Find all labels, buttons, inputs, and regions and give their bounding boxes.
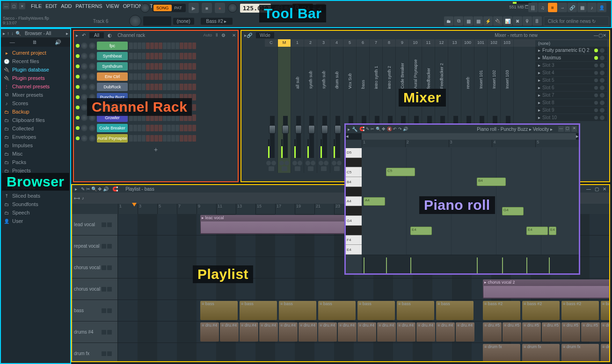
browser-item-recent-files[interactable]: 🕘Recent files xyxy=(1,57,70,65)
step-button[interactable] xyxy=(129,53,133,59)
browser-item-soundfonts[interactable]: 🗀Soundfonts xyxy=(1,200,70,208)
toolbar-tool-4[interactable]: ⚡ xyxy=(483,16,493,26)
pattern-selector[interactable]: Bass #2 ▸ xyxy=(201,18,233,25)
step-button[interactable] xyxy=(184,84,188,90)
news-panel[interactable]: Click for online news ↻ xyxy=(544,16,609,26)
browser-shortcut-icon[interactable]: 🔗 xyxy=(568,3,577,12)
fx-slot[interactable]: ▸Slot 3 xyxy=(535,62,607,69)
menu-add[interactable]: ADD xyxy=(59,2,73,10)
piano-key[interactable]: E4 xyxy=(346,245,362,255)
step-button[interactable] xyxy=(150,125,154,131)
step-button[interactable] xyxy=(146,73,150,80)
mute-button[interactable] xyxy=(334,166,340,171)
mx-close-icon[interactable]: ✕ xyxy=(603,33,606,38)
pr-bar-marker[interactable]: 4 xyxy=(492,140,535,147)
step-button[interactable] xyxy=(188,84,192,90)
clip[interactable]: ≡ dru.#4 xyxy=(338,322,357,342)
step-button[interactable] xyxy=(180,53,183,59)
fx-slot[interactable]: ▸Maximus xyxy=(535,54,607,62)
slot-enable-led[interactable] xyxy=(594,71,598,75)
song-mode-button[interactable]: SONG xyxy=(153,5,172,11)
timeline-marker[interactable]: 15 xyxy=(255,204,275,214)
folder-icon[interactable]: — xyxy=(10,39,15,45)
mixer-track-header[interactable]: 13 xyxy=(448,39,461,47)
step-button[interactable] xyxy=(163,73,167,80)
record-button[interactable]: ● xyxy=(215,3,225,13)
step-button[interactable] xyxy=(192,84,196,90)
step-button[interactable] xyxy=(138,53,141,59)
clip[interactable]: ≡ dru.#4 xyxy=(357,322,376,342)
mixer-shortcut-icon[interactable]: → xyxy=(558,3,567,12)
clip[interactable]: ≡ drum fx xyxy=(483,344,520,361)
mixer-track[interactable] xyxy=(278,47,291,173)
step-button[interactable] xyxy=(180,63,183,70)
mute-button[interactable] xyxy=(308,166,313,171)
track-solo-icon[interactable] xyxy=(107,330,112,335)
channel-pan-knob[interactable] xyxy=(81,135,87,142)
channel-vol-knob[interactable] xyxy=(89,53,95,59)
pr-maximize-icon[interactable]: ▢ xyxy=(565,126,570,132)
step-button[interactable] xyxy=(175,125,179,131)
browser-item-sliced-beats[interactable]: ⤒Sliced beats xyxy=(1,192,70,200)
channel-pan-knob[interactable] xyxy=(81,43,87,49)
step-button[interactable] xyxy=(159,53,162,59)
step-button[interactable] xyxy=(146,135,150,142)
piano-key[interactable] xyxy=(346,206,362,216)
velocity-bar[interactable] xyxy=(386,257,387,273)
pan-knob[interactable] xyxy=(292,161,297,165)
close-icon[interactable]: ✕ xyxy=(19,3,25,9)
step-button[interactable] xyxy=(138,73,141,80)
mx-view-selector[interactable]: Wide xyxy=(256,32,274,38)
midi-note[interactable]: C5 xyxy=(386,168,415,176)
channel-mute-led[interactable] xyxy=(76,95,80,99)
pr-edit-icons[interactable]: 🧲 ✎ ✂ 🔍 ✥ 🔇 ↶ ↷ 🔊 xyxy=(359,127,408,131)
fx-slot[interactable]: ▸Slot 6 xyxy=(535,84,607,92)
fx-slot[interactable]: ▸Slot 4 xyxy=(535,69,607,77)
track-lane[interactable]: ≡ dru.#4≡ dru.#4≡ dru.#4≡ dru.#4≡ dru.#4… xyxy=(118,321,609,343)
step-button[interactable] xyxy=(154,84,158,90)
timeline-marker[interactable]: 3 xyxy=(138,204,157,214)
step-button[interactable] xyxy=(142,63,146,70)
search-icon[interactable]: 🔍 xyxy=(15,31,21,36)
step-button[interactable] xyxy=(129,125,133,131)
step-button[interactable] xyxy=(171,53,175,59)
toolbar-tool-2[interactable]: ▦ xyxy=(464,16,473,26)
step-button[interactable] xyxy=(133,53,137,59)
channel-button[interactable]: Env Ctrl xyxy=(97,72,128,81)
fx-slot[interactable]: ▸Slot 9 xyxy=(535,107,607,114)
pl-snap-icon[interactable]: 🧲 xyxy=(112,186,118,192)
step-button[interactable] xyxy=(154,63,158,70)
step-button[interactable] xyxy=(192,73,196,80)
step-button[interactable] xyxy=(138,43,141,49)
slot-mix-knob[interactable] xyxy=(600,63,605,68)
step-button[interactable] xyxy=(180,125,183,131)
mixer-track-header[interactable]: 4 xyxy=(330,39,343,47)
step-button[interactable] xyxy=(188,135,192,142)
step-button[interactable] xyxy=(133,125,137,131)
toolbar-tool-6[interactable]: 📊 xyxy=(503,16,512,26)
slot-mix-knob[interactable] xyxy=(600,108,605,113)
mixer-track-header[interactable]: 101 xyxy=(474,39,488,47)
pl-close-icon[interactable]: ✕ xyxy=(603,186,606,192)
clip[interactable]: ≡ dru.#5 xyxy=(581,322,600,342)
channel-button[interactable]: fpc xyxy=(97,42,128,50)
piano-key[interactable]: C5 xyxy=(346,167,362,177)
track-solo-icon[interactable] xyxy=(107,308,112,313)
channel-button[interactable]: Code Breaker xyxy=(97,124,128,132)
send-link-icon[interactable] xyxy=(246,49,260,51)
channel-pan-knob[interactable] xyxy=(81,53,87,59)
timeline-marker[interactable]: 21 xyxy=(314,204,334,214)
slot-enable-led[interactable] xyxy=(594,93,598,97)
pr-h-scrollbar[interactable] xyxy=(362,133,576,140)
step-button[interactable] xyxy=(175,43,179,49)
step-button[interactable] xyxy=(163,84,167,90)
clip[interactable]: ≡ bass xyxy=(200,301,238,320)
step-button[interactable] xyxy=(129,84,133,90)
track-lane[interactable]: ≡ drum fx≡ drum fx≡ drum fx≡ drum fx xyxy=(118,343,609,361)
midi-note[interactable]: G4 xyxy=(502,207,524,215)
step-button[interactable] xyxy=(129,43,133,49)
mixer-track-header[interactable]: M xyxy=(278,39,291,47)
toolbar-tool-5[interactable]: 🔌 xyxy=(493,16,503,26)
browser-item-mixer-presets[interactable]: ⧉Mixer presets xyxy=(1,91,70,99)
browser-item-user[interactable]: 👤User xyxy=(1,217,70,225)
